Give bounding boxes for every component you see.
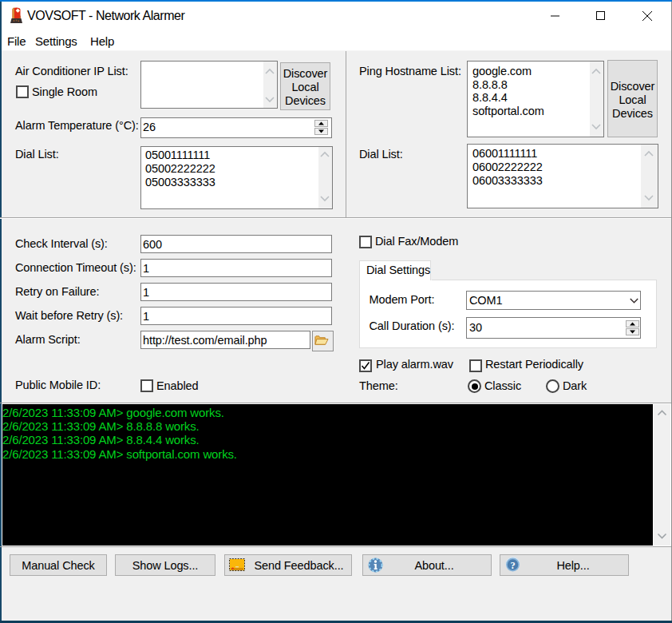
svg-text:?: ?: [510, 560, 515, 571]
